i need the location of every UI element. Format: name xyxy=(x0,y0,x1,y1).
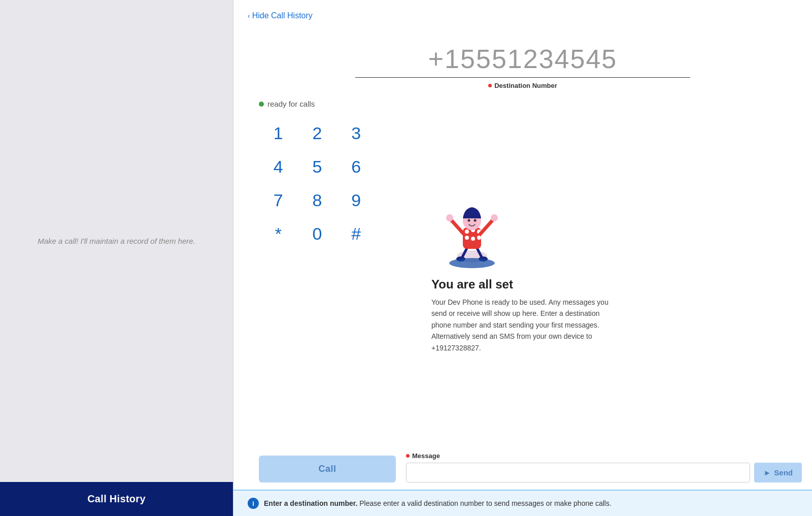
two-col-layout: ready for calls 1 2 3 4 5 6 7 8 9 * 0 # xyxy=(233,94,812,452)
hide-call-history-label: Hide Call History xyxy=(252,11,313,20)
warning-bold: Enter a destination number. xyxy=(264,499,357,507)
svg-point-10 xyxy=(471,237,475,241)
right-panel: ‹ Hide Call History +15551234545 Destina… xyxy=(233,0,812,516)
send-label: Send xyxy=(774,468,793,477)
dialpad-key-6[interactable]: 6 xyxy=(336,150,376,183)
required-dot-icon xyxy=(488,84,492,87)
hide-call-history-button[interactable]: ‹ Hide Call History xyxy=(248,11,313,20)
call-section: Call xyxy=(244,456,396,482)
chevron-left-icon: ‹ xyxy=(248,12,250,20)
info-body: Your Dev Phone is ready to be used. Any … xyxy=(431,297,614,353)
warning-bold-text: Enter a destination number. Please enter… xyxy=(264,499,612,507)
svg-point-11 xyxy=(477,236,481,240)
svg-point-13 xyxy=(446,214,453,221)
info-column: You are all set Your Dev Phone is ready … xyxy=(416,94,802,452)
svg-point-6 xyxy=(465,230,469,234)
warning-bar: i Enter a destination number. Please ent… xyxy=(233,490,812,516)
destination-label: Destination Number xyxy=(254,82,792,89)
dialpad-key-star[interactable]: * xyxy=(259,217,298,250)
phone-underline xyxy=(355,77,690,78)
svg-line-12 xyxy=(451,219,463,234)
dialpad-key-3[interactable]: 3 xyxy=(336,116,376,150)
dialpad-key-4[interactable]: 4 xyxy=(259,150,298,183)
green-status-dot-icon xyxy=(259,102,264,107)
call-history-empty-text: Make a call! I'll maintain a record of t… xyxy=(38,237,195,245)
dialpad-key-hash[interactable]: # xyxy=(336,217,376,250)
call-button[interactable]: Call xyxy=(259,456,396,482)
send-button[interactable]: ► Send xyxy=(754,463,802,482)
ready-status: ready for calls xyxy=(259,100,401,108)
svg-point-15 xyxy=(491,214,498,221)
left-panel: Make a call! I'll maintain a record of t… xyxy=(0,0,233,516)
dialpad-key-5[interactable]: 5 xyxy=(298,150,337,183)
dialpad-key-0[interactable]: 0 xyxy=(298,217,337,250)
message-section: Message ► Send xyxy=(406,452,802,482)
message-label: Message xyxy=(406,452,802,460)
message-input-row: ► Send xyxy=(406,463,802,482)
dialpad-key-2[interactable]: 2 xyxy=(298,116,337,150)
dialpad-key-1[interactable]: 1 xyxy=(259,116,298,150)
call-history-footer-label: Call History xyxy=(87,493,146,504)
phone-number-display: +15551234545 xyxy=(254,44,792,74)
phone-display-area: +15551234545 Destination Number xyxy=(233,28,812,94)
dialpad-key-9[interactable]: 9 xyxy=(336,183,376,217)
call-history-footer: Call History xyxy=(0,482,233,516)
info-title: You are all set xyxy=(431,277,787,292)
message-label-text: Message xyxy=(412,452,440,460)
warning-normal-text: Please enter a valid destination number … xyxy=(359,499,612,507)
dialpad-column: ready for calls 1 2 3 4 5 6 7 8 9 * 0 # xyxy=(244,94,416,452)
celebration-illustration xyxy=(431,193,513,269)
message-required-dot-icon xyxy=(406,454,410,458)
dialpad-key-8[interactable]: 8 xyxy=(298,183,337,217)
bottom-row: Call Message ► Send xyxy=(233,452,812,490)
ready-status-text: ready for calls xyxy=(267,100,315,108)
main-content: +15551234545 Destination Number ready fo… xyxy=(233,28,812,490)
send-icon: ► xyxy=(763,468,771,477)
call-history-empty-area: Make a call! I'll maintain a record of t… xyxy=(0,0,233,482)
svg-point-18 xyxy=(474,219,477,222)
message-input[interactable] xyxy=(406,463,750,482)
svg-point-9 xyxy=(465,236,469,240)
dialpad-grid: 1 2 3 4 5 6 7 8 9 * 0 # xyxy=(259,116,376,250)
info-icon: i xyxy=(248,498,259,509)
svg-point-19 xyxy=(449,258,495,268)
dialpad-key-7[interactable]: 7 xyxy=(259,183,298,217)
top-bar: ‹ Hide Call History xyxy=(233,0,812,28)
svg-point-17 xyxy=(468,219,470,222)
svg-line-14 xyxy=(481,219,493,234)
destination-label-text: Destination Number xyxy=(494,82,557,89)
